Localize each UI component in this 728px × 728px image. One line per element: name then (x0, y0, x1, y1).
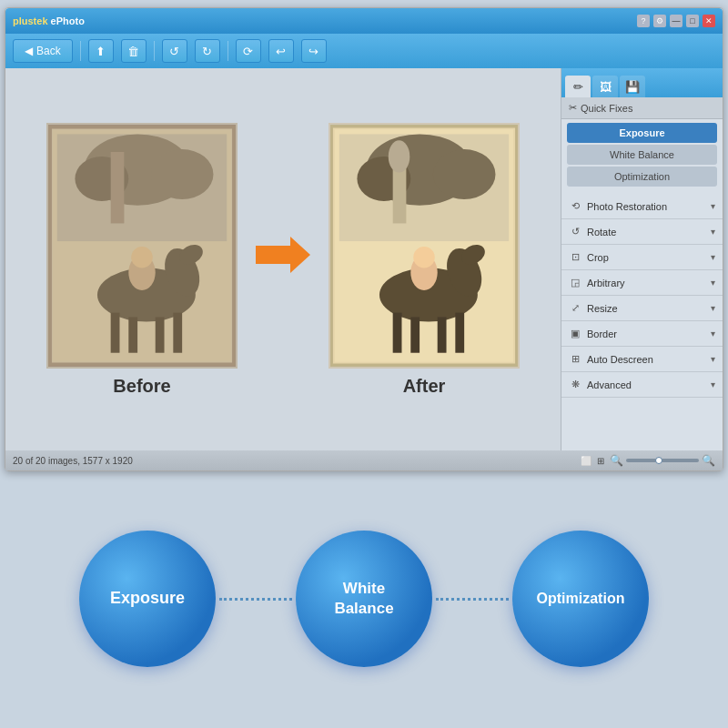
toolbar-separator-3 (228, 41, 228, 61)
undo-button[interactable]: ↩ (268, 39, 294, 63)
panel-tabs: ✏ 🖼 💾 (561, 68, 723, 97)
chevron-icon: ▾ (711, 379, 715, 389)
after-section: After (329, 123, 520, 397)
panel-item-icon: ⟲ (569, 200, 581, 213)
panel-items: ⟲ Photo Restoration ▾ ↺ Rotate ▾ ⊡ Crop … (561, 190, 723, 450)
panel-item-left: ❋ Advanced (569, 379, 632, 391)
rotate-ccw-button[interactable]: ↺ (162, 39, 187, 63)
zoom-slider[interactable] (626, 459, 699, 462)
white-balance-button[interactable]: White Balance (567, 145, 717, 165)
tab-edit[interactable]: ✏ (565, 76, 591, 97)
panel-item-left: ◲ Arbitrary (569, 277, 625, 289)
undo-icon: ↩ (276, 45, 286, 58)
quick-fixes-icon: ✂ (569, 102, 577, 114)
panel-item-arbitrary[interactable]: ◲ Arbitrary ▾ (561, 270, 723, 296)
view-icon-1[interactable]: ⬜ (581, 456, 592, 466)
rotate-cw-icon: ↻ (202, 45, 212, 58)
chevron-icon: ▾ (711, 329, 715, 339)
circles-row: Exposure WhiteBalance Optimization (79, 531, 649, 667)
upload-button[interactable]: ⬆ (88, 39, 114, 63)
white-balance-circle-button[interactable]: WhiteBalance (296, 531, 432, 667)
dotted-separator-2 (436, 598, 509, 601)
maximize-button[interactable]: □ (686, 15, 699, 27)
minimize-button[interactable]: — (670, 15, 682, 27)
optimization-button[interactable]: Optimization (567, 167, 717, 187)
chevron-icon: ▾ (711, 201, 715, 211)
chevron-icon: ▾ (711, 303, 715, 313)
settings-button[interactable]: ⚙ (653, 15, 666, 27)
upload-icon: ⬆ (96, 45, 106, 58)
panel-item-icon: ↺ (569, 226, 581, 238)
zoom-out-icon[interactable]: 🔍 (610, 454, 623, 467)
panel-item-icon: ⤢ (569, 302, 581, 315)
panel-item-advanced[interactable]: ❋ Advanced ▾ (561, 372, 723, 398)
panel-item-icon: ⊞ (569, 353, 581, 366)
rotate-cw-button[interactable]: ↻ (195, 39, 220, 63)
panel-item-label: Auto Descreen (587, 354, 653, 365)
optimization-circle-button[interactable]: Optimization (512, 531, 649, 667)
quick-fixes-sub-buttons: Exposure White Balance Optimization (561, 119, 723, 190)
status-right: ⬜ ⊞ 🔍 🔍 (581, 454, 715, 467)
panel-item-left: ⤢ Resize (569, 302, 618, 315)
panel-item-label: Advanced (587, 379, 632, 390)
panel-item-auto-descreen[interactable]: ⊞ Auto Descreen ▾ (561, 347, 723, 372)
chevron-icon: ▾ (711, 252, 715, 262)
panel-item-icon: ▣ (569, 328, 581, 340)
before-photo-svg (48, 125, 236, 367)
circle-optimization: Optimization (512, 531, 649, 667)
toolbar: ◀ Back ⬆ 🗑 ↺ ↻ ⟳ ↩ ↪ (5, 34, 723, 68)
back-button[interactable]: ◀ Back (13, 39, 73, 63)
arrow-icon (256, 232, 310, 288)
before-label: Before (113, 376, 170, 397)
panel-item-left: ⊞ Auto Descreen (569, 353, 653, 366)
zoom-control: 🔍 🔍 (610, 454, 715, 467)
panel-item-icon: ⊡ (569, 251, 581, 264)
app-window: plustek ePhoto ? ⚙ — □ ✕ ◀ Back ⬆ 🗑 ↺ ↻ (5, 7, 723, 471)
panel-item-left: ⟲ Photo Restoration (569, 200, 667, 213)
view-icon-2[interactable]: ⊞ (597, 456, 604, 466)
canvas-area: Before (5, 68, 561, 450)
panel-item-icon: ◲ (569, 277, 581, 289)
panel-item-label: Photo Restoration (587, 201, 667, 212)
rotate-ccw-icon: ↺ (169, 45, 179, 58)
chevron-icon: ▾ (711, 278, 715, 288)
chevron-icon: ▾ (711, 354, 715, 364)
exposure-circle-button[interactable]: Exposure (79, 531, 216, 667)
panel-item-label: Arbitrary (587, 278, 625, 288)
toolbar-separator (80, 41, 81, 61)
refresh-icon: ⟳ (243, 45, 253, 58)
after-label: After (403, 376, 446, 397)
toolbar-separator-2 (154, 41, 155, 61)
panel-item-resize[interactable]: ⤢ Resize ▾ (561, 296, 723, 321)
svg-marker-18 (256, 237, 310, 273)
exposure-button[interactable]: Exposure (567, 123, 717, 143)
refresh-button[interactable]: ⟳ (236, 39, 261, 63)
quick-fixes-label: Quick Fixes (581, 103, 632, 114)
title-bar-controls: ? ⚙ — □ ✕ (637, 15, 715, 27)
delete-button[interactable]: 🗑 (121, 39, 147, 63)
circle-white-balance: WhiteBalance (296, 531, 432, 667)
image-info: 20 of 20 images, 1577 x 1920 (13, 456, 133, 466)
tab-export[interactable]: 💾 (620, 76, 645, 97)
title-bar: plustek ePhoto ? ⚙ — □ ✕ (5, 8, 723, 34)
back-arrow-icon: ◀ (25, 45, 33, 57)
panel-item-photo-restoration[interactable]: ⟲ Photo Restoration ▾ (561, 194, 723, 219)
zoom-thumb (655, 457, 662, 464)
trash-icon: 🗑 (127, 45, 139, 58)
redo-icon: ↪ (308, 45, 318, 58)
help-button[interactable]: ? (637, 15, 650, 27)
close-button[interactable]: ✕ (703, 15, 715, 27)
after-photo (329, 123, 520, 369)
zoom-in-icon[interactable]: 🔍 (702, 454, 715, 467)
tab-enhance[interactable]: 🖼 (592, 76, 618, 97)
panel-item-rotate[interactable]: ↺ Rotate ▾ (561, 219, 723, 245)
title-bar-left: plustek ePhoto (13, 15, 85, 26)
panel-item-label: Crop (587, 252, 609, 263)
app-logo: plustek ePhoto (13, 15, 85, 26)
panel-item-label: Resize (587, 303, 618, 314)
panel-item-crop[interactable]: ⊡ Crop ▾ (561, 245, 723, 270)
panel-item-border[interactable]: ▣ Border ▾ (561, 321, 723, 347)
arrow-svg (256, 232, 310, 278)
redo-button[interactable]: ↪ (301, 39, 327, 63)
chevron-icon: ▾ (711, 227, 715, 237)
